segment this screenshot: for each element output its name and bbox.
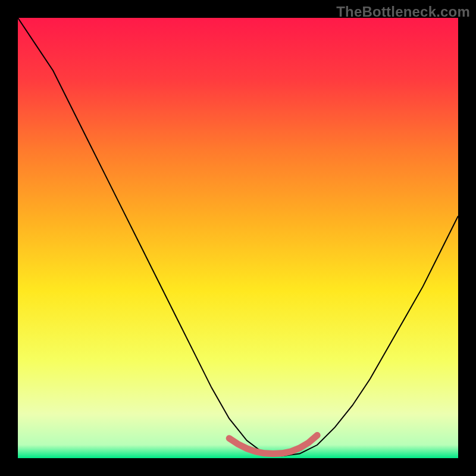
chart-plot-area [18, 18, 458, 458]
chart-frame: TheBottleneck.com [0, 0, 476, 476]
chart-svg [18, 18, 458, 458]
chart-background [18, 18, 458, 458]
